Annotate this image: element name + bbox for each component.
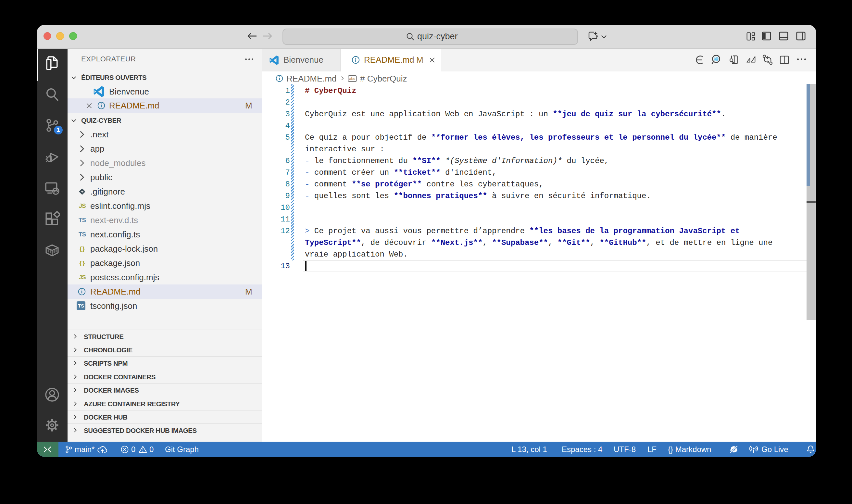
svg-text:abc: abc — [349, 77, 355, 80]
